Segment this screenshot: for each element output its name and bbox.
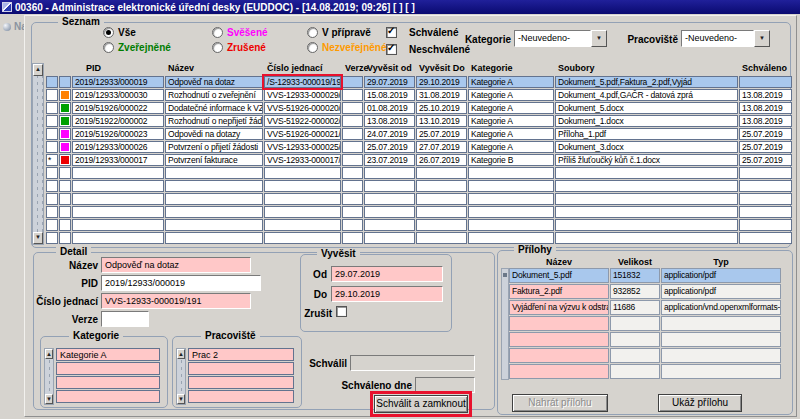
cell-schvaleno[interactable]: 13.08.2019 bbox=[739, 89, 792, 101]
schvalil-field[interactable] bbox=[350, 355, 475, 371]
attachment-cell-velikost[interactable] bbox=[610, 348, 660, 363]
row-select-cell[interactable] bbox=[46, 115, 58, 127]
cell-schvaleno[interactable] bbox=[739, 76, 792, 88]
cell-verze[interactable] bbox=[342, 193, 363, 205]
cell-soubory[interactable]: Dokument_3.docx bbox=[555, 141, 738, 153]
cell-do[interactable]: 27.07.2019 bbox=[416, 141, 467, 153]
cell-verze[interactable] bbox=[342, 115, 363, 127]
scroll-up-button[interactable]: ▲ bbox=[33, 64, 43, 76]
cell-do[interactable]: 25.07.2019 bbox=[416, 128, 467, 140]
cell-pid[interactable]: 2019/12933/000017 bbox=[72, 154, 164, 166]
cell-do[interactable]: 26.07.2019 bbox=[416, 154, 467, 166]
attachment-row[interactable]: Faktura_2.pdf932852application/pdf bbox=[509, 284, 781, 299]
cell-kategorie[interactable] bbox=[468, 180, 554, 192]
pracoviste-list-scrollbar[interactable]: ▲ ▼ bbox=[176, 348, 186, 405]
list-item[interactable]: Kategorie A bbox=[56, 348, 160, 361]
cell-verze[interactable] bbox=[342, 102, 363, 114]
cell-do[interactable] bbox=[416, 219, 467, 231]
cell-od[interactable] bbox=[364, 167, 415, 179]
cell-nazev[interactable]: Odpovědi na dotazy bbox=[165, 128, 263, 140]
cell-kategorie[interactable] bbox=[468, 167, 554, 179]
cell-pid[interactable]: 2019/12933/000026 bbox=[72, 141, 164, 153]
cell-schvaleno[interactable]: 25.07.2019 bbox=[739, 141, 792, 153]
row-select-cell[interactable] bbox=[46, 180, 58, 192]
attachment-row[interactable] bbox=[509, 332, 781, 347]
list-item[interactable]: Prac 2 bbox=[188, 348, 294, 361]
cell-soubory[interactable] bbox=[555, 219, 738, 231]
cell-kategorie[interactable]: Kategorie A bbox=[468, 89, 554, 101]
cell-pid[interactable] bbox=[72, 193, 164, 205]
cell-cislo[interactable] bbox=[264, 232, 341, 244]
cell-kategorie[interactable] bbox=[468, 193, 554, 205]
cell-nazev[interactable] bbox=[165, 206, 263, 218]
cell-pid[interactable] bbox=[72, 180, 164, 192]
cell-verze[interactable] bbox=[342, 141, 363, 153]
cell-od[interactable] bbox=[364, 193, 415, 205]
scroll-down-button[interactable]: ▼ bbox=[45, 394, 53, 404]
attachment-cell-typ[interactable]: application/pdf bbox=[661, 284, 781, 299]
attachment-cell-velikost[interactable] bbox=[610, 316, 660, 331]
cell-pid[interactable]: 2019/51926/000022 bbox=[72, 102, 164, 114]
scroll-down-button[interactable]: ▼ bbox=[177, 394, 185, 404]
attachment-cell-typ[interactable]: application/vnd.openxmlformats-offi bbox=[661, 300, 781, 315]
cell-schvaleno[interactable] bbox=[739, 206, 792, 218]
cell-od[interactable] bbox=[364, 180, 415, 192]
cell-soubory[interactable] bbox=[555, 232, 738, 244]
cell-do[interactable] bbox=[416, 167, 467, 179]
cell-cislo[interactable] bbox=[264, 180, 341, 192]
table-row[interactable]: 2019/12933/000019Odpověď na dotaz/S-1293… bbox=[46, 76, 792, 88]
attachment-cell-typ[interactable] bbox=[661, 332, 781, 347]
main-table-scrollbar[interactable]: ▲ ▼ bbox=[32, 63, 44, 245]
cell-cislo[interactable]: VVS-12933-000017/1 bbox=[264, 154, 341, 166]
cell-pid[interactable]: 2019/51926/000023 bbox=[72, 128, 164, 140]
list-item[interactable] bbox=[56, 376, 160, 389]
cell-od[interactable]: 24.07.2019 bbox=[364, 128, 415, 140]
cell-od[interactable] bbox=[364, 232, 415, 244]
cell-cislo[interactable]: VVS-12933-000029/1 bbox=[264, 89, 341, 101]
vyvesit-od-field[interactable]: 29.07.2019 bbox=[331, 266, 443, 282]
cell-cislo[interactable]: VVS-51926-000021/1 bbox=[264, 128, 341, 140]
cell-kategorie[interactable]: Kategorie A bbox=[468, 141, 554, 153]
row-select-cell[interactable]: * bbox=[46, 154, 58, 166]
row-select-cell[interactable] bbox=[46, 141, 58, 153]
pracoviste-filter-combo[interactable]: -Neuvedeno- ▼ bbox=[681, 30, 770, 47]
attachment-cell-nazev[interactable] bbox=[509, 364, 609, 379]
attachment-cell-nazev[interactable]: Faktura_2.pdf bbox=[509, 284, 609, 299]
cell-schvaleno[interactable] bbox=[739, 193, 792, 205]
cell-pid[interactable] bbox=[72, 219, 164, 231]
attachment-cell-typ[interactable] bbox=[661, 348, 781, 363]
attachment-cell-nazev[interactable] bbox=[509, 332, 609, 347]
row-select-cell[interactable] bbox=[46, 102, 58, 114]
attachment-row[interactable] bbox=[509, 316, 781, 331]
cell-soubory[interactable]: Příliš žluťoučký kůň č.1.docx bbox=[555, 154, 738, 166]
cell-verze[interactable] bbox=[342, 128, 363, 140]
kategorie-filter-combo[interactable]: -Neuvedeno- ▼ bbox=[514, 30, 607, 47]
cell-kategorie[interactable] bbox=[468, 232, 554, 244]
cell-verze[interactable] bbox=[342, 167, 363, 179]
cell-kategorie[interactable]: Kategorie A bbox=[468, 76, 554, 88]
cell-cislo[interactable] bbox=[264, 193, 341, 205]
cell-cislo[interactable] bbox=[264, 206, 341, 218]
cell-nazev[interactable]: Potvrzení o přijetí žádosti bbox=[165, 141, 263, 153]
cell-soubory[interactable] bbox=[555, 180, 738, 192]
cell-soubory[interactable]: Dokument_5.pdf,Faktura_2.pdf,Vyjád bbox=[555, 76, 738, 88]
attachment-cell-typ[interactable] bbox=[661, 316, 781, 331]
radio-zverejnene[interactable]: Zveřejněné bbox=[103, 40, 171, 55]
attachment-cell-nazev[interactable] bbox=[509, 316, 609, 331]
cell-do[interactable] bbox=[416, 232, 467, 244]
radio-v-priprave[interactable]: V přípravě bbox=[307, 25, 386, 40]
row-select-cell[interactable] bbox=[46, 193, 58, 205]
cell-cislo-annotated[interactable]: /S-12933-000019/191 bbox=[264, 76, 341, 88]
row-select-cell[interactable] bbox=[46, 167, 58, 179]
cell-do[interactable]: 29.10.2019 bbox=[416, 76, 467, 88]
table-row[interactable]: 2019/51926/000022Dodatečné informace k V… bbox=[46, 102, 792, 114]
cell-cislo[interactable] bbox=[264, 219, 341, 231]
cell-do[interactable]: 25.10.2019 bbox=[416, 102, 467, 114]
cell-nazev[interactable]: Rozhodnutí o zveřejnění bbox=[165, 89, 263, 101]
attachment-row[interactable]: Dokument_5.pdf151832application/pdf bbox=[509, 268, 781, 283]
cell-nazev[interactable]: Odpověď na dotaz bbox=[165, 76, 263, 88]
cell-kategorie[interactable]: Kategorie A bbox=[468, 115, 554, 127]
cell-do[interactable] bbox=[416, 193, 467, 205]
scroll-up-button[interactable]: ▲ bbox=[45, 349, 53, 359]
cell-do[interactable]: 13.10.2019 bbox=[416, 115, 467, 127]
